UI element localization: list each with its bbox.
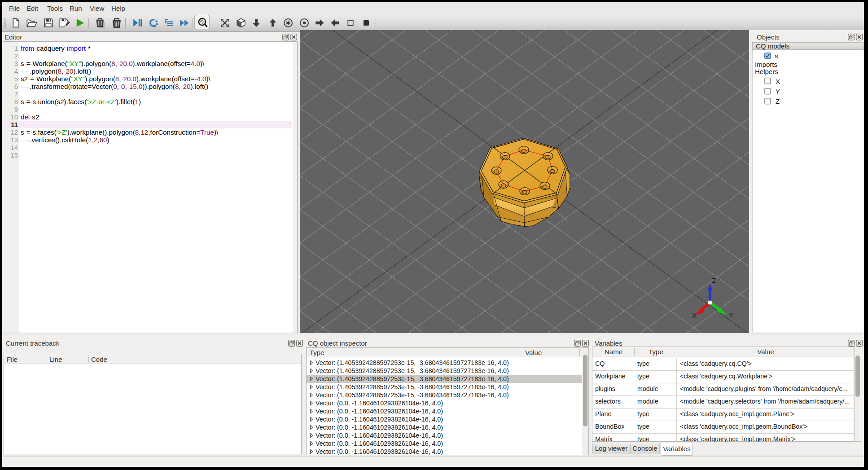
svg-text:Y: Y — [729, 311, 733, 319]
svg-text:X: X — [692, 312, 697, 319]
svg-text:Z: Z — [712, 277, 716, 284]
